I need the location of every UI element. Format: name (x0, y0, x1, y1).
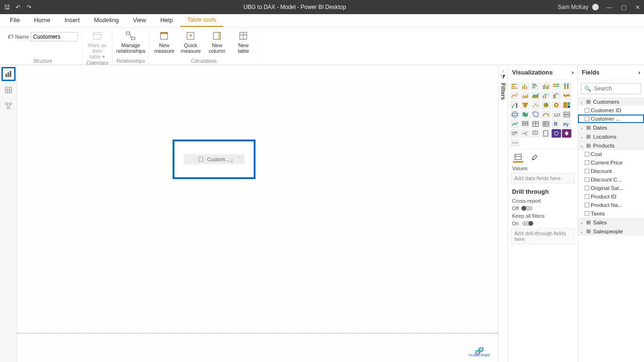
viz-funnel[interactable] (520, 101, 530, 109)
viz-slicer[interactable] (520, 120, 530, 128)
minimize-icon[interactable]: — (606, 4, 612, 11)
svg-marker-60 (522, 103, 528, 107)
cross-report-toggle[interactable]: Off (512, 206, 574, 211)
field-discount-code[interactable]: Discount C... (578, 175, 644, 184)
viz-filled-map[interactable] (520, 110, 530, 119)
table-name-input[interactable] (31, 32, 78, 41)
maximize-icon[interactable]: ▢ (621, 4, 627, 11)
tab-file[interactable]: File (3, 13, 27, 27)
table-customers[interactable]: ⌄▦Customers (578, 97, 644, 106)
visual-placeholder[interactable]: Custom... ⋯ ☟ (173, 140, 256, 179)
field-taxes[interactable]: Taxes (578, 209, 644, 218)
viz-python[interactable]: Py (562, 120, 571, 128)
tab-modeling[interactable]: Modeling (87, 13, 126, 27)
viz-area[interactable] (520, 91, 530, 100)
fields-well-tab[interactable] (513, 152, 523, 163)
viz-paginated[interactable] (541, 129, 551, 138)
viz-clustered-bar[interactable] (531, 82, 540, 90)
viz-card[interactable]: 123 (552, 110, 561, 119)
viz-gauge[interactable] (541, 110, 551, 119)
format-tab[interactable] (530, 152, 540, 163)
viz-arcgis[interactable] (552, 129, 561, 138)
viz-stacked-column[interactable] (520, 82, 530, 90)
svg-rect-37 (545, 84, 545, 89)
search-input[interactable] (594, 85, 636, 92)
report-canvas[interactable]: Custom... ⋯ ☟ 🧬 SUBSCRIBE (17, 65, 498, 362)
field-original-sale[interactable]: Original Sal... (578, 184, 644, 192)
cross-report-label: Cross-report (512, 198, 574, 204)
viz-r[interactable]: R (552, 120, 561, 128)
new-column-button[interactable]: New column (206, 30, 228, 54)
title-bar: 🖫 ↶ ↷ UBG to DAX - Model - Power BI Desk… (0, 0, 644, 14)
nav-report-view[interactable] (1, 67, 16, 81)
table-sales[interactable]: ⌄▦Sales (578, 218, 644, 227)
svg-rect-31 (524, 84, 525, 89)
manage-relationships-button[interactable]: Manage relationships (119, 30, 142, 54)
viz-shape-map[interactable] (531, 110, 540, 119)
visual-more-icon[interactable]: ⋯ (237, 155, 242, 160)
viz-map[interactable] (510, 110, 520, 119)
viz-stacked-bar[interactable] (510, 82, 520, 90)
table-locations[interactable]: ⌄▦Locations (578, 132, 644, 141)
svg-marker-97 (565, 131, 569, 136)
tab-view[interactable]: View (126, 13, 153, 27)
save-icon[interactable]: 🖫 (4, 4, 10, 11)
viz-multi-card[interactable] (562, 110, 571, 119)
field-current-price[interactable]: Current Price (578, 158, 644, 167)
chevron-right-icon[interactable]: › (638, 69, 640, 76)
viz-line-clustered-column[interactable] (552, 91, 561, 100)
svg-rect-76 (564, 115, 570, 117)
viz-more[interactable] (510, 139, 520, 147)
tab-help[interactable]: Help (153, 13, 180, 27)
tab-home[interactable]: Home (27, 13, 58, 27)
redo-icon[interactable]: ↷ (26, 4, 32, 11)
values-dropzone[interactable]: Add data fields here (511, 173, 575, 183)
viz-line[interactable] (510, 91, 520, 100)
nav-data-view[interactable] (1, 83, 16, 97)
viz-table[interactable] (531, 120, 540, 128)
viz-treemap[interactable] (562, 101, 571, 109)
viz-key-influencers[interactable] (510, 129, 520, 138)
quick-measure-button[interactable]: Quick measure (179, 30, 202, 54)
tab-insert[interactable]: Insert (58, 13, 87, 27)
close-icon[interactable]: ✕ (635, 4, 640, 11)
fields-search[interactable]: 🔍 (581, 83, 641, 94)
table-dates[interactable]: ⌄▦Dates (578, 123, 644, 132)
undo-icon[interactable]: ↶ (16, 4, 21, 11)
field-product-name[interactable]: Product Na... (578, 201, 644, 209)
field-customer-id[interactable]: Customer ID (578, 106, 644, 115)
viz-kpi[interactable] (510, 120, 520, 128)
viz-donut[interactable] (552, 101, 561, 109)
chevron-right-icon[interactable]: › (572, 69, 574, 76)
viz-100-stacked-column[interactable] (562, 82, 571, 90)
field-cost[interactable]: Cost (578, 150, 644, 158)
viz-decomposition[interactable] (520, 129, 530, 138)
field-product-id[interactable]: Product ID (578, 192, 644, 201)
viz-powerapps[interactable] (562, 129, 571, 138)
expand-left-icon[interactable]: ‹ (502, 68, 504, 74)
nav-model-view[interactable] (1, 99, 16, 113)
tab-table-tools[interactable]: Table tools (180, 13, 223, 27)
viz-waterfall[interactable] (510, 101, 520, 109)
filters-pane-collapsed[interactable]: ‹ ⧩ Filters (498, 65, 508, 362)
viz-qa[interactable] (531, 129, 540, 138)
viz-stacked-area[interactable] (531, 91, 540, 100)
viz-ribbon[interactable] (562, 91, 571, 100)
table-products[interactable]: ⌄▦Products (578, 141, 644, 150)
viz-scatter[interactable] (531, 101, 540, 109)
viz-clustered-column[interactable] (541, 82, 551, 90)
viz-matrix[interactable] (541, 120, 551, 128)
keep-filters-toggle[interactable]: On (512, 221, 574, 226)
new-table-button[interactable]: New table (232, 30, 255, 54)
drill-dropzone[interactable]: Add drill-through fields here (511, 228, 575, 244)
viz-line-stacked-column[interactable] (541, 91, 551, 100)
svg-rect-23 (9, 103, 11, 105)
viz-pie[interactable] (541, 101, 551, 109)
table-salespeople[interactable]: ⌄▦Salespeople (578, 227, 644, 236)
field-customer-name[interactable]: Customer ... (578, 115, 644, 123)
viz-100-stacked-bar[interactable] (552, 82, 561, 90)
field-discount[interactable]: Discount (578, 167, 644, 175)
svg-text:123: 123 (553, 113, 560, 117)
avatar[interactable] (592, 4, 599, 10)
new-measure-button[interactable]: New measure (153, 30, 175, 54)
